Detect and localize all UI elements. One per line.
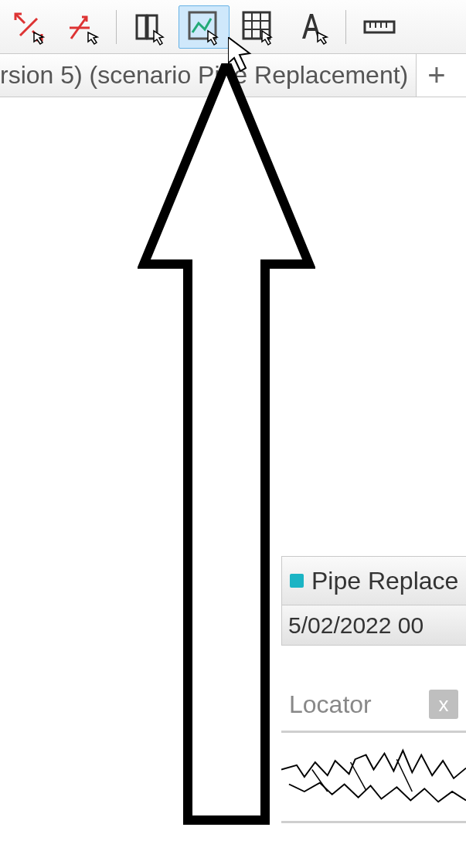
locator-panel-header: Locator x <box>281 680 466 729</box>
chart-view-tool[interactable] <box>179 5 230 49</box>
svg-rect-13 <box>365 22 394 32</box>
text-tool[interactable] <box>287 5 338 49</box>
arrow-tool[interactable] <box>57 5 108 49</box>
grid-view-tool[interactable] <box>233 5 284 49</box>
date-field-value: 5/02/2022 00 <box>288 612 423 639</box>
scenario-panel-title: Pipe Replace <box>311 567 458 595</box>
separator <box>345 10 346 44</box>
locator-label: Locator <box>289 690 372 719</box>
date-field[interactable]: 5/02/2022 00 <box>281 605 466 646</box>
close-icon: x <box>439 693 449 717</box>
svg-line-0 <box>15 14 25 23</box>
locator-map[interactable] <box>281 731 466 823</box>
tab-strip: rsion 5) (scenario Pipe Replacement) + <box>0 54 466 97</box>
ruler-tool[interactable] <box>354 5 405 49</box>
collapse-arrow-tool[interactable] <box>3 5 54 49</box>
svg-line-20 <box>396 759 412 792</box>
scenario-icon <box>290 574 304 588</box>
svg-line-19 <box>351 762 366 790</box>
scenario-panel-header[interactable]: Pipe Replace <box>281 556 466 605</box>
tab-plus-button[interactable]: + <box>417 58 456 93</box>
locator-close-button[interactable]: x <box>429 690 458 719</box>
select-table-tool[interactable] <box>124 5 175 49</box>
svg-rect-5 <box>137 15 146 39</box>
tab-scenario[interactable]: rsion 5) (scenario Pipe Replacement) <box>0 54 417 97</box>
tab-plus-label: + <box>427 58 445 92</box>
tab-label: rsion 5) (scenario Pipe Replacement) <box>0 61 408 90</box>
toolbar <box>0 0 466 54</box>
separator <box>116 10 117 44</box>
